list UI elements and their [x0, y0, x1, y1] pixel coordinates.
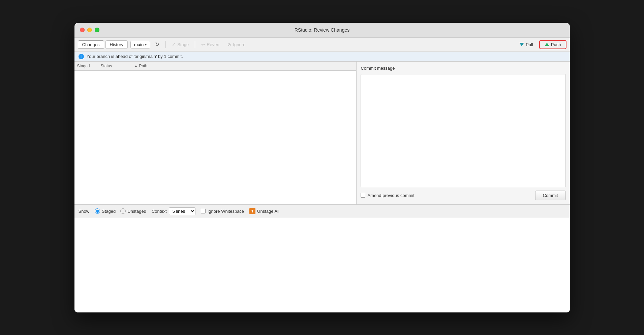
push-button[interactable]: Push — [539, 40, 566, 49]
maximize-button[interactable] — [95, 28, 99, 32]
commit-message-label: Commit message — [361, 66, 565, 71]
refresh-button[interactable]: ↻ — [152, 40, 163, 48]
commit-message-textarea[interactable] — [361, 74, 565, 187]
separator-2 — [195, 41, 195, 48]
diff-content[interactable] — [74, 218, 570, 312]
close-button[interactable] — [80, 28, 85, 32]
unstaged-radio[interactable]: Unstaged — [120, 208, 146, 214]
file-list-header: Staged Status ▲ Path — [74, 62, 357, 71]
minimize-button[interactable] — [87, 28, 92, 32]
col-path-label: Path — [139, 64, 147, 68]
context-group: Context 1 line 2 lines 3 lines 5 lines 1… — [152, 207, 195, 215]
right-pane: Commit message Amend previous commit Com… — [357, 62, 570, 204]
context-label: Context — [152, 209, 167, 214]
main-window: RStudio: Review Changes Changes History … — [74, 23, 570, 312]
sort-arrow-icon: ▲ — [134, 64, 138, 68]
history-tab[interactable]: History — [105, 40, 128, 49]
ignore-whitespace-label: Ignore Whitespace — [208, 209, 244, 214]
col-header-status: Status — [98, 63, 132, 69]
commit-footer: Amend previous commit Commit — [361, 191, 565, 200]
title-bar: RStudio: Review Changes — [74, 23, 570, 38]
staged-radio-label: Staged — [102, 209, 116, 214]
info-bar: i Your branch is ahead of 'origin/main' … — [74, 52, 570, 62]
ignore-label: Ignore — [233, 42, 245, 47]
context-select[interactable]: 1 line 2 lines 3 lines 5 lines 10 lines — [169, 207, 195, 215]
diff-toolbar: Show Staged Unstaged Context 1 line 2 — [74, 205, 570, 218]
pull-label: Pull — [526, 42, 533, 47]
main-content: Staged Status ▲ Path Commit message Amen… — [74, 62, 570, 204]
pull-button[interactable]: Pull — [515, 41, 538, 48]
revert-icon: ↩ — [201, 42, 205, 47]
push-icon — [545, 43, 549, 46]
ignore-whitespace-checkbox[interactable] — [201, 209, 206, 213]
amend-label[interactable]: Amend previous commit — [361, 193, 414, 198]
window-title: RStudio: Review Changes — [295, 27, 349, 33]
unstaged-radio-label: Unstaged — [127, 209, 146, 214]
radio-group: Staged Unstaged — [95, 208, 146, 214]
push-label: Push — [551, 42, 561, 47]
branch-name: main — [134, 42, 144, 47]
pull-icon — [519, 43, 524, 46]
chevron-down-icon: ▾ — [145, 43, 147, 46]
branch-selector[interactable]: main ▾ — [130, 41, 150, 48]
info-icon: i — [79, 54, 84, 59]
whitespace-group: Ignore Whitespace — [201, 209, 244, 214]
amend-text: Amend previous commit — [367, 193, 414, 198]
toolbar: Changes History main ▾ ↻ ✓ Stage ↩ Rever… — [74, 38, 570, 52]
staged-radio[interactable]: Staged — [95, 208, 116, 214]
col-header-path: ▲ Path — [132, 63, 357, 69]
staged-radio-dot — [96, 210, 99, 213]
unstage-all-button[interactable]: Unstage All — [249, 208, 279, 214]
show-label: Show — [79, 209, 90, 214]
commit-button[interactable]: Commit — [535, 191, 566, 200]
separator-1 — [165, 41, 166, 48]
revert-button[interactable]: ↩ Revert — [198, 41, 223, 48]
ignore-icon: ⊘ — [227, 42, 231, 47]
staged-radio-circle[interactable] — [95, 208, 100, 214]
col-header-staged: Staged — [74, 63, 98, 69]
unstage-icon — [249, 208, 255, 214]
traffic-lights — [80, 28, 99, 32]
info-message: Your branch is ahead of 'origin/main' by… — [87, 54, 183, 59]
bottom-area: Show Staged Unstaged Context 1 line 2 — [74, 204, 570, 312]
refresh-icon: ↻ — [155, 41, 159, 47]
amend-checkbox[interactable] — [361, 193, 365, 198]
unstaged-radio-circle[interactable] — [120, 208, 126, 214]
file-list-body[interactable] — [74, 71, 357, 204]
stage-label: Stage — [177, 42, 189, 47]
checkmark-icon: ✓ — [172, 42, 176, 47]
left-pane: Staged Status ▲ Path — [74, 62, 357, 204]
ignore-button[interactable]: ⊘ Ignore — [224, 41, 249, 48]
unstage-all-label: Unstage All — [257, 209, 279, 214]
stage-button[interactable]: ✓ Stage — [168, 41, 192, 48]
revert-label: Revert — [207, 42, 219, 47]
changes-tab[interactable]: Changes — [78, 40, 104, 49]
